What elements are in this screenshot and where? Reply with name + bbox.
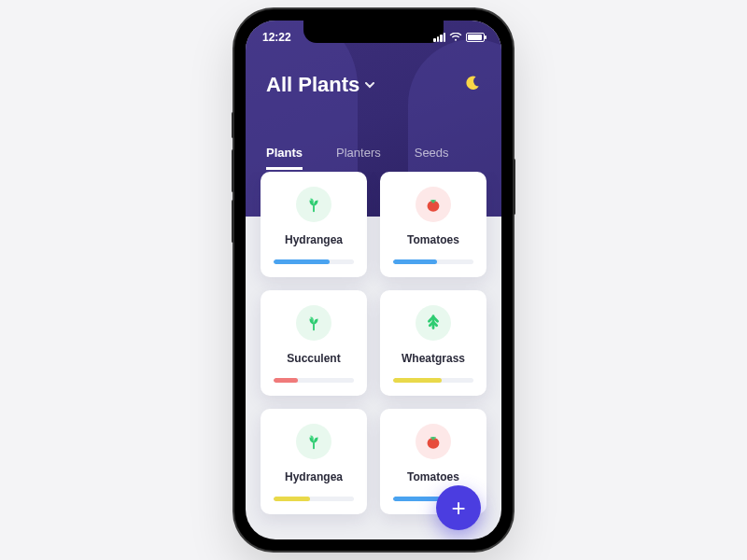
add-button[interactable]: + — [436, 485, 481, 530]
progress-bar — [393, 259, 473, 264]
tab-planters[interactable]: Planters — [336, 146, 381, 170]
plant-card[interactable]: Hydrangea — [261, 409, 367, 514]
battery-icon — [466, 33, 485, 42]
plant-card[interactable]: Hydrangea — [261, 172, 367, 277]
tomato-icon — [416, 424, 451, 459]
plant-name: Wheatgrass — [402, 352, 465, 365]
plus-icon: + — [451, 494, 465, 523]
plant-name: Hydrangea — [285, 470, 343, 483]
plant-card[interactable]: Succulent — [261, 290, 367, 396]
status-time: 12:22 — [262, 31, 291, 44]
leaf-icon — [296, 424, 331, 459]
tab-plants[interactable]: Plants — [266, 146, 303, 170]
wifi-icon — [449, 33, 462, 42]
phone-frame: 12:22 All Plants Pla — [234, 9, 513, 551]
tomato-icon — [416, 187, 451, 222]
leaf-icon — [296, 305, 331, 341]
status-right — [433, 33, 485, 42]
plant-grid: HydrangeaTomatoesSucculentWheatgrassHydr… — [261, 172, 486, 514]
tabs: PlantsPlantersSeeds — [266, 146, 481, 170]
chevron-down-icon — [365, 78, 374, 91]
moon-icon[interactable] — [464, 75, 481, 96]
plant-card[interactable]: Wheatgrass — [380, 290, 486, 396]
signal-icon — [433, 33, 445, 42]
mute-switch — [232, 112, 234, 138]
progress-bar — [274, 497, 354, 501]
leaf-icon — [296, 187, 331, 222]
progress-bar — [274, 259, 354, 264]
plant-name: Succulent — [287, 352, 340, 365]
plant-name: Hydrangea — [285, 233, 343, 246]
screen: 12:22 All Plants Pla — [246, 21, 501, 539]
status-bar: 12:22 — [246, 26, 501, 49]
volume-up — [232, 149, 234, 192]
progress-bar — [274, 378, 354, 383]
plant-card[interactable]: Tomatoes — [380, 172, 486, 277]
progress-bar — [393, 378, 473, 383]
tab-seeds[interactable]: Seeds — [415, 146, 449, 170]
power-button — [513, 159, 515, 215]
page-title: All Plants — [266, 73, 359, 97]
content: HydrangeaTomatoesSucculentWheatgrassHydr… — [246, 172, 501, 539]
sprout-icon — [416, 305, 451, 341]
volume-down — [232, 200, 234, 243]
plant-name: Tomatoes — [407, 233, 459, 246]
plant-name: Tomatoes — [407, 470, 459, 483]
page-title-dropdown[interactable]: All Plants — [266, 73, 374, 97]
